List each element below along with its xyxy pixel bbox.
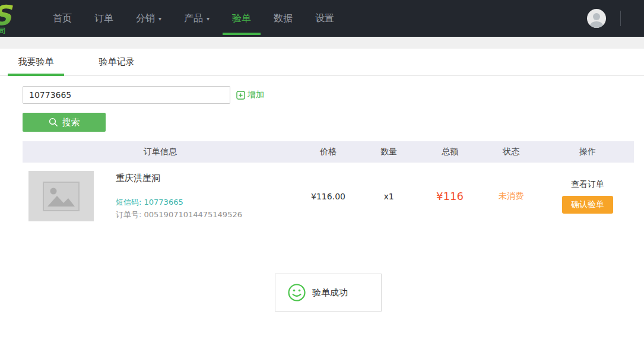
total-cell: ¥116	[419, 190, 481, 202]
sms-code-label: 短信码:	[116, 198, 141, 207]
smiley-icon	[287, 283, 306, 302]
header-strip	[0, 37, 644, 49]
confirm-verify-button[interactable]: 确认验单	[562, 196, 613, 214]
main-content: 增加 搜索 订单信息 价格 数量 总额 状态 操作	[0, 76, 644, 312]
header-order-info: 订单信息	[23, 147, 298, 157]
view-order-link[interactable]: 查看订单	[571, 179, 604, 190]
status-badge: 未消费	[481, 191, 541, 202]
header-status: 状态	[481, 147, 541, 157]
order-no-value: 00519071014475149526	[144, 210, 242, 219]
search-row: 增加	[23, 86, 644, 104]
success-message: 验单成功	[312, 287, 348, 298]
header-total: 总额	[419, 147, 481, 157]
logo-icon: S 公司	[0, 1, 42, 36]
order-no-line: 订单号: 00519071014475149526	[116, 209, 242, 221]
search-icon	[49, 117, 58, 127]
header-quantity: 数量	[359, 147, 419, 157]
verify-success-box: 验单成功	[275, 274, 382, 312]
plus-square-icon	[236, 91, 245, 100]
company-logo[interactable]: S 公司	[0, 0, 42, 37]
person-icon	[587, 10, 606, 28]
tab-i-want-verify[interactable]: 我要验单	[8, 49, 64, 75]
product-name: 重庆洪崖洞	[116, 173, 242, 184]
table-header: 订单信息 价格 数量 总额 状态 操作	[23, 141, 634, 163]
tab-verify-records[interactable]: 验单记录	[88, 49, 145, 75]
top-navbar: S 公司 首页 订单 分销 ▾ 产品 ▾ 验单 数据 设置	[0, 0, 644, 37]
nav-divider	[620, 11, 621, 26]
quantity-cell: x1	[359, 192, 419, 201]
svg-text:公司: 公司	[0, 27, 6, 35]
nav-item-products[interactable]: 产品 ▾	[173, 0, 221, 37]
nav-item-distribution[interactable]: 分销 ▾	[125, 0, 173, 37]
nav-item-verify[interactable]: 验单	[221, 0, 262, 37]
order-no-label: 订单号:	[116, 210, 141, 219]
nav-item-settings[interactable]: 设置	[304, 0, 345, 37]
product-thumbnail	[28, 171, 94, 221]
order-info-text: 重庆洪崖洞 短信码: 10773665 订单号: 005190710144751…	[116, 171, 242, 221]
order-table: 订单信息 价格 数量 总额 状态 操作 重庆洪崖洞 短信码:	[23, 141, 634, 221]
navbar-right	[587, 0, 644, 37]
price-cell: ¥116.00	[298, 192, 359, 201]
order-info-cell: 重庆洪崖洞 短信码: 10773665 订单号: 005190710144751…	[23, 171, 298, 221]
header-action: 操作	[541, 147, 634, 157]
sms-code-line: 短信码: 10773665	[116, 197, 242, 208]
nav-item-data[interactable]: 数据	[262, 0, 304, 37]
nav-item-orders[interactable]: 订单	[83, 0, 125, 37]
header-price: 价格	[298, 147, 359, 157]
add-code-link[interactable]: 增加	[236, 90, 264, 100]
user-avatar[interactable]	[587, 9, 606, 28]
nav-item-home[interactable]: 首页	[42, 0, 83, 37]
sms-code-input[interactable]	[23, 86, 230, 104]
main-nav: 首页 订单 分销 ▾ 产品 ▾ 验单 数据 设置	[42, 0, 345, 37]
action-cell: 查看订单 确认验单	[541, 179, 634, 214]
chevron-down-icon: ▾	[158, 15, 161, 22]
verify-tabbar: 我要验单 验单记录	[0, 49, 644, 76]
image-placeholder-icon	[43, 182, 80, 211]
sms-code-value: 10773665	[144, 198, 183, 207]
table-row: 重庆洪崖洞 短信码: 10773665 订单号: 005190710144751…	[23, 171, 634, 221]
search-button[interactable]: 搜索	[23, 113, 106, 132]
chevron-down-icon: ▾	[207, 15, 210, 22]
